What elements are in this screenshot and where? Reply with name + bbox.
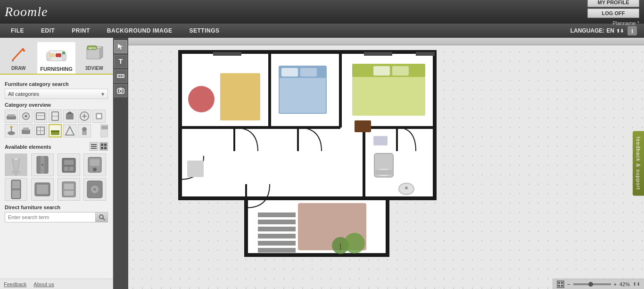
zoom-bar: − + 42% ⬆⬇ [553,279,644,289]
feedback-sidebar-tab[interactable]: feedback & support [633,131,644,196]
menubar: FILE EDIT PRINT BACKGROUND IMAGE SETTING… [0,24,644,38]
direct-search-label: Direct furniture search [5,204,108,210]
svg-rect-19 [36,113,45,119]
cat-icon-11[interactable] [49,124,62,137]
svg-rect-34 [23,128,29,130]
tab-furnishing[interactable]: FURNISHING [37,42,75,75]
svg-rect-110 [392,66,409,76]
svg-line-76 [103,218,105,220]
svg-rect-71 [64,191,74,196]
logo: Roomle [5,4,48,19]
svg-point-53 [14,158,18,160]
menu-settings[interactable]: SETTINGS [181,24,228,38]
svg-marker-52 [12,159,20,171]
cat-icon-12[interactable] [63,124,76,137]
furniture-item-2[interactable] [31,153,54,176]
about-link[interactable]: About us [33,281,54,287]
cat-icon-10[interactable] [34,124,47,137]
my-profile-button[interactable]: MY PROFILE [587,0,639,7]
furnishing-icon [46,44,67,65]
tab-furnishing-label: FURNISHING [40,66,72,72]
zoom-arrows[interactable]: ⬆⬇ [633,281,640,287]
tools-panel: T [113,38,128,289]
cat-icon-8[interactable] [5,124,18,137]
menu-background-image[interactable]: BACKGROUND IMAGE [99,24,181,38]
furniture-item-7[interactable] [58,178,80,201]
tab-3dview[interactable]: BETA 3DVIEW [81,42,108,74]
language-selector[interactable]: LANGUAGE: EN ⬆⬇ [570,27,624,34]
svg-rect-117 [258,234,296,238]
svg-rect-70 [64,184,74,189]
menu-print[interactable]: PRINT [63,24,99,38]
furniture-item-4[interactable] [83,153,106,176]
grid-view-btn[interactable] [99,142,108,151]
svg-rect-116 [258,227,296,231]
3dview-icon: BETA [83,43,105,65]
category-select[interactable]: All categories Seating Tables Beds Bathr… [5,89,108,99]
info-button[interactable]: i [627,26,637,35]
svg-point-63 [93,168,97,171]
search-button[interactable] [95,212,107,222]
svg-rect-112 [187,161,204,177]
furniture-item-3[interactable] [58,153,80,176]
furniture-item-6[interactable] [31,178,54,201]
menu-file[interactable]: FILE [2,24,33,38]
cat-icon-4[interactable] [49,110,62,123]
svg-point-83 [119,90,122,93]
tab-draw[interactable]: DRAW [5,42,32,74]
mode-tabs: DRAW FURNISHIN [0,38,113,75]
cat-icon-13[interactable] [78,124,91,137]
header: Roomle MY PROFILE LOG OFF Planname * [0,0,644,24]
cat-icon-9[interactable] [19,124,33,137]
zoom-slider[interactable] [573,283,611,285]
feedback-link[interactable]: Feedback [4,281,26,287]
svg-rect-130 [558,282,560,284]
furniture-item-5[interactable] [5,178,27,201]
view-toggle [90,142,108,151]
svg-rect-66 [12,190,20,198]
svg-rect-131 [561,282,563,284]
svg-point-121 [344,233,365,254]
available-elements-header: Available elements [5,141,108,152]
header-right: MY PROFILE LOG OFF Planname * [587,0,639,26]
svg-rect-49 [104,147,107,149]
canvas-area[interactable]: // Will be handled by JS below [128,38,644,289]
svg-rect-105 [281,68,298,76]
tool-select[interactable] [114,40,127,53]
svg-rect-133 [561,285,563,287]
tool-camera[interactable] [114,84,127,97]
zoom-plus[interactable]: + [614,281,617,287]
svg-rect-16 [8,114,15,117]
svg-rect-8 [56,53,61,57]
svg-rect-10 [87,49,100,59]
list-view-btn[interactable] [90,142,98,151]
furniture-item-1[interactable] [5,153,27,176]
svg-rect-58 [64,160,74,165]
language-arrows: ⬆⬇ [616,28,624,34]
cat-icon-1[interactable] [5,110,18,123]
svg-rect-62 [90,159,99,166]
language-value: EN [606,27,614,34]
tool-measure[interactable] [114,69,127,83]
svg-point-75 [99,215,103,219]
zoom-to-fit-icon[interactable] [557,280,564,288]
zoom-minus[interactable]: − [567,281,570,287]
svg-point-18 [25,115,27,118]
search-input[interactable] [5,212,95,222]
tool-text[interactable]: T [114,55,127,68]
cat-icon-3[interactable] [34,110,47,123]
scroll-indicator[interactable] [100,124,108,137]
cat-icon-6[interactable] [78,110,91,123]
menu-edit[interactable]: EDIT [33,24,63,38]
svg-rect-114 [258,212,296,217]
svg-rect-45 [91,148,97,149]
cat-icon-2[interactable] [19,110,33,123]
furniture-item-8[interactable] [83,178,106,201]
cat-icon-7[interactable] [92,110,106,123]
sidebar: DRAW FURNISHIN [0,38,113,289]
search-input-wrapper [5,212,108,222]
floorplan [152,47,444,260]
cat-icon-5[interactable] [63,110,76,123]
log-off-button[interactable]: LOG OFF [587,8,639,18]
furniture-category-search-label: Furniture category search [5,81,108,87]
